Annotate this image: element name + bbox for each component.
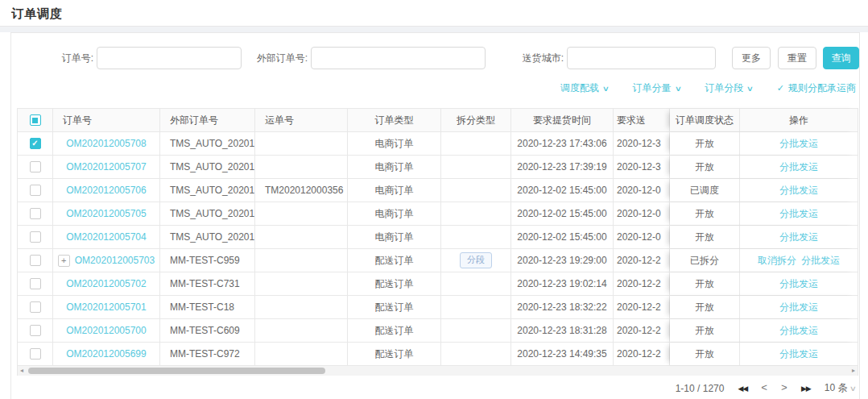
dispatch-stowage-dropdown[interactable]: 调度配载∨ xyxy=(560,81,609,95)
batch-ship-link[interactable]: 分批发运 xyxy=(779,184,818,197)
search-button[interactable]: 查询 xyxy=(823,47,859,69)
fixed-columns: 开放分批发运 xyxy=(670,343,858,365)
row-select-cell xyxy=(18,272,53,295)
delivery-time-cell: 2020-12-0 xyxy=(614,179,670,202)
waybill-no-cell xyxy=(255,132,348,155)
split-type-cell xyxy=(441,319,511,342)
action-link-label: 调度配载 xyxy=(560,81,599,95)
batch-ship-link[interactable]: 分批发运 xyxy=(779,137,818,151)
dispatch-status-cell: 开放 xyxy=(670,202,740,225)
table-row: OM202012005707TMS_AUTO_20201...电商订单2020-… xyxy=(18,156,858,179)
delivery-time-cell: 2020-12-3 xyxy=(614,132,670,155)
row-checkbox[interactable] xyxy=(30,185,41,196)
row-checkbox[interactable] xyxy=(30,208,41,219)
order-number-link[interactable]: OM202012005703 xyxy=(75,255,155,266)
split-type-cell: 分段 xyxy=(441,249,511,272)
order-split-segment-dropdown[interactable]: 订单分段∨ xyxy=(705,81,753,95)
order-number-link[interactable]: OM202012005705 xyxy=(66,208,146,219)
order-number-link[interactable]: OM202012005704 xyxy=(66,231,146,243)
order-type-cell: 配送订单 xyxy=(348,272,441,295)
page-title: 订单调度 xyxy=(11,6,63,22)
pickup-time-cell: 2020-12-23 19:02:14 xyxy=(511,272,614,295)
row-checkbox[interactable] xyxy=(30,301,41,313)
pickup-time-cell: 2020-12-23 17:43:06 xyxy=(511,132,614,155)
last-page-button[interactable]: ▶▶ xyxy=(801,384,811,393)
dispatch-status-cell: 开放 xyxy=(670,226,740,248)
more-button[interactable]: 更多 xyxy=(732,47,771,69)
external-order-no-label: 外部订单号: xyxy=(243,47,308,69)
row-select-cell xyxy=(18,319,53,342)
row-checkbox[interactable] xyxy=(30,231,41,243)
batch-ship-link[interactable]: 分批发运 xyxy=(779,160,818,174)
waybill-no-cell xyxy=(255,249,348,272)
order-no-cell: OM202012005699 xyxy=(53,343,160,365)
external-order-no-input[interactable] xyxy=(311,47,486,69)
batch-ship-link[interactable]: 分批发运 xyxy=(779,324,818,338)
batch-ship-link[interactable]: 分批发运 xyxy=(779,347,818,361)
order-type-cell: 电商订单 xyxy=(348,179,441,202)
waybill-no-cell xyxy=(255,343,348,365)
delivery-time-cell: 2020-12-0 xyxy=(614,202,670,225)
waybill-no-cell xyxy=(255,296,348,318)
delivery-time-cell: 2020-12-2 xyxy=(614,272,670,295)
external-order-no-cell: TMS_AUTO_20201... xyxy=(160,202,255,225)
row-checkbox[interactable] xyxy=(30,348,41,360)
row-checkbox[interactable] xyxy=(30,161,41,172)
order-type-cell: 配送订单 xyxy=(348,343,441,365)
page-size-select[interactable]: 10 条 ∨ xyxy=(825,381,856,395)
order-number-link[interactable]: OM202012005700 xyxy=(66,325,146,336)
row-checkbox[interactable] xyxy=(30,255,41,266)
cancel-split-link[interactable]: 取消拆分 xyxy=(758,254,796,268)
delivery-time-cell: 2020-12-0 xyxy=(614,226,670,248)
order-number-link[interactable]: OM202012005702 xyxy=(66,278,146,289)
batch-ship-link[interactable]: 分批发运 xyxy=(779,231,818,244)
split-type-cell xyxy=(441,156,511,178)
order-number-link[interactable]: OM202012005706 xyxy=(66,185,146,196)
row-checkbox[interactable] xyxy=(30,278,41,289)
order-no-cell: OM202012005705 xyxy=(53,202,160,225)
table-row: ✓OM202012005708TMS_AUTO_20201...电商订单2020… xyxy=(18,132,858,156)
select-all-checkbox[interactable] xyxy=(30,114,41,126)
expand-row-button[interactable]: + xyxy=(58,255,70,267)
table-row: OM202012005706TMS_AUTO_20201...TM2020120… xyxy=(18,179,858,202)
delivery-city-input[interactable] xyxy=(567,47,716,69)
order-number-link[interactable]: OM202012005701 xyxy=(66,301,146,313)
reset-button[interactable]: 重置 xyxy=(778,47,816,69)
batch-ship-link[interactable]: 分批发运 xyxy=(779,207,818,221)
row-checkbox[interactable]: ✓ xyxy=(30,138,41,149)
delivery-time-cell: 2020-12-2 xyxy=(614,249,670,272)
page-header: 订单调度 xyxy=(0,0,868,26)
pickup-time-cell: 2020-12-23 18:31:28 xyxy=(511,319,614,342)
batch-ship-link[interactable]: 分批发运 xyxy=(779,277,818,291)
external-order-no-cell: MM-TEST-C18 xyxy=(160,296,255,318)
column-header: 拆分类型 xyxy=(441,109,511,131)
split-type-cell xyxy=(441,343,511,365)
order-split-quantity-dropdown[interactable]: 订单分量∨ xyxy=(633,81,681,95)
operations-cell: 取消拆分分批发运 xyxy=(740,249,858,272)
order-number-link[interactable]: OM202012005708 xyxy=(66,138,146,149)
scrollbar-thumb[interactable] xyxy=(28,368,325,374)
operations-cell: 分批发运 xyxy=(740,319,858,342)
batch-ship-link[interactable]: 分批发运 xyxy=(801,254,840,268)
first-page-button[interactable]: ◀◀ xyxy=(738,384,747,393)
page-range: 1-10 / 1270 xyxy=(676,383,725,394)
row-select-cell xyxy=(18,179,53,202)
action-link-label: 订单分量 xyxy=(633,81,672,95)
pickup-time-cell: 2020-12-02 15:45:00 xyxy=(511,179,614,202)
scroll-right-icon[interactable]: ▸ xyxy=(852,366,855,376)
batch-ship-link[interactable]: 分批发运 xyxy=(779,301,818,314)
row-select-cell xyxy=(18,343,53,365)
order-dispatch-page: 订单调度 订单号: 外部订单号: 送货城市: 更多 重置 查询 调度配载∨订单分… xyxy=(0,0,868,399)
table-row: OM202012005702MM-TEST-C731配送订单2020-12-23… xyxy=(18,272,858,296)
prev-page-button[interactable]: < xyxy=(761,382,767,394)
order-number-link[interactable]: OM202012005699 xyxy=(66,348,146,360)
scroll-left-icon[interactable]: ◂ xyxy=(20,366,23,376)
next-page-button[interactable]: > xyxy=(781,382,787,394)
order-number-link[interactable]: OM202012005707 xyxy=(66,161,146,172)
row-checkbox[interactable] xyxy=(30,325,41,336)
horizontal-scrollbar[interactable]: ◂ ▸ xyxy=(18,366,858,376)
order-no-input[interactable] xyxy=(97,47,242,69)
action-link-label: 订单分段 xyxy=(705,81,743,95)
fixed-columns: 已拆分取消拆分分批发运 xyxy=(670,249,858,272)
rule-assign-carrier-check[interactable]: ✓规则分配承运商 xyxy=(777,81,856,95)
